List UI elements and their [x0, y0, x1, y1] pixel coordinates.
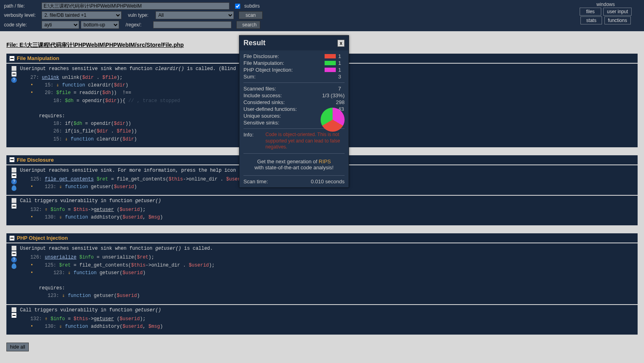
scan-time-row: Scan time: 0.010 seconds	[243, 178, 345, 185]
requires: requires:	[30, 285, 634, 292]
result-body: File Disclosure:1 File Manipulation:1 PH…	[239, 50, 349, 187]
trace-description: Call triggers vulnerability in function …	[20, 198, 634, 204]
drop-icon[interactable]	[12, 185, 16, 191]
subdirs-label: subdirs	[244, 3, 260, 9]
pie-chart-icon	[321, 108, 345, 132]
section-title: File Manipulation	[17, 55, 59, 61]
result-header[interactable]: Result x	[239, 36, 349, 50]
regex-input[interactable]	[153, 21, 231, 28]
toolbar: path / file: subdirs verbosity level: 2.…	[0, 0, 644, 31]
code-line: 132: ⇑ $info = $this->getuser ($userid);	[30, 315, 634, 323]
side-icons: ?	[10, 246, 18, 269]
file-icon[interactable]	[12, 66, 16, 71]
code-line: 132: ⇑ $info = $this->getuser ($userid);	[30, 206, 634, 214]
collapse-icon[interactable]	[10, 236, 14, 241]
file-icon[interactable]	[12, 168, 16, 172]
call-block: Call triggers vulnerability in function …	[6, 305, 638, 335]
scan-button[interactable]: scan	[239, 11, 263, 19]
side-icons: ?	[10, 66, 18, 83]
side-icons: ?	[10, 168, 18, 191]
file-icon[interactable]	[12, 307, 16, 312]
bar-icon	[325, 54, 336, 58]
side-icons	[10, 198, 18, 209]
rips-link[interactable]: RIPS	[319, 158, 331, 164]
section-header: PHP Object Injection	[6, 233, 638, 243]
code-body: 132: ⇑ $info = $this->getuser ($userid);…	[30, 206, 634, 221]
help-icon[interactable]: ?	[11, 77, 17, 83]
minus-icon[interactable]	[12, 204, 16, 209]
verbosity-select[interactable]: 2. file/DB tainted +1	[42, 11, 122, 19]
stat-row: PHP Object Injection:1	[243, 66, 345, 73]
stat-row: File Manipulation:1	[243, 60, 345, 66]
file-icon[interactable]	[12, 198, 16, 203]
code-body: 132: ⇑ $info = $this->getuser ($userid);…	[30, 315, 634, 331]
subdirs-checkbox[interactable]	[235, 4, 240, 9]
info-text: Code is object-oriented. This is not sup…	[265, 132, 345, 150]
section-title: PHP Object Injection	[17, 235, 68, 241]
hide-all-button[interactable]: hide all	[6, 343, 29, 351]
code-line: 123: ⇓ function getuser($userid)	[30, 292, 634, 300]
collapse-icon[interactable]	[10, 157, 14, 162]
code-style-label: code style:	[4, 22, 40, 28]
windows-panel: windows files user input stats functions	[579, 2, 640, 25]
stat-row: Include success:1/3 (33%)	[243, 92, 345, 99]
vuln-type-label: vuln type:	[128, 12, 154, 18]
stat-row: Sum:3	[243, 73, 345, 80]
file-icon[interactable]	[12, 246, 16, 251]
form-area: path / file: subdirs verbosity level: 2.…	[4, 2, 579, 30]
minus-icon[interactable]	[12, 72, 16, 76]
minus-icon[interactable]	[12, 313, 16, 318]
order-select[interactable]: bottom-up	[81, 21, 119, 29]
section-title: File Disclosure	[17, 157, 54, 163]
stat-row: File Disclosure:1	[243, 53, 345, 60]
path-label: path / file:	[4, 3, 40, 9]
vuln-type-select[interactable]: All	[156, 11, 234, 19]
code-line: 126: unserialize $info = unserialize($re…	[30, 254, 634, 261]
side-icons	[10, 307, 18, 318]
stats-button[interactable]: stats	[580, 16, 602, 24]
files-button[interactable]: files	[580, 8, 601, 16]
code-line: 125: $ret = file_get_contents($this->onl…	[30, 262, 634, 269]
code-line: 130: ⇓ function addhistory($userid, $msg…	[30, 214, 634, 221]
verbosity-label: verbosity level:	[4, 12, 40, 18]
section-php-object-injection: PHP Object Injection ? Userinput reaches…	[6, 233, 638, 335]
close-icon[interactable]: x	[337, 40, 345, 47]
help-icon[interactable]: ?	[11, 257, 17, 263]
cta-text: Get the next generation of RIPS with sta…	[243, 156, 345, 173]
search-button[interactable]: search	[236, 21, 260, 29]
content-area: File: E:\大三课程\代码审计\PHPWebIM\PHPWebIM/src…	[0, 31, 644, 356]
windows-heading: windows	[579, 2, 632, 7]
bar-icon	[325, 68, 336, 72]
drop-icon[interactable]	[12, 263, 16, 269]
code-line: 130: ⇓ function addhistory($userid, $msg…	[30, 323, 634, 331]
info-row: Info: Code is object-oriented. This is n…	[243, 131, 345, 151]
path-input[interactable]	[42, 2, 229, 10]
code-style-select[interactable]: ayti	[42, 21, 79, 29]
call-block: Call triggers vulnerability in function …	[6, 196, 638, 225]
code-body: 126: unserialize $info = unserialize($re…	[30, 254, 634, 300]
result-title: Result	[243, 39, 265, 47]
bar-icon	[325, 61, 336, 65]
user-input-button[interactable]: user input	[603, 8, 632, 16]
stat-row: Scanned files:7	[243, 85, 345, 92]
help-icon[interactable]: ?	[11, 179, 17, 185]
regex-label: /regex/:	[126, 22, 152, 28]
code-line	[30, 277, 634, 285]
collapse-icon[interactable]	[10, 56, 14, 61]
minus-icon[interactable]	[12, 251, 16, 256]
trace-description: Userinput reaches sensitive sink when fu…	[20, 246, 634, 251]
code-line: 123: ⇓ function getuser($userid)	[30, 269, 634, 277]
minus-icon[interactable]	[12, 173, 16, 178]
stat-row: Considered sinks:298	[243, 99, 345, 106]
trace-description: Call triggers vulnerability in function …	[20, 307, 634, 313]
trace-block: ? Userinput reaches sensitive sink when …	[6, 243, 638, 304]
result-popup[interactable]: Result x File Disclosure:1 File Manipula…	[239, 35, 349, 188]
functions-button[interactable]: functions	[604, 16, 631, 24]
